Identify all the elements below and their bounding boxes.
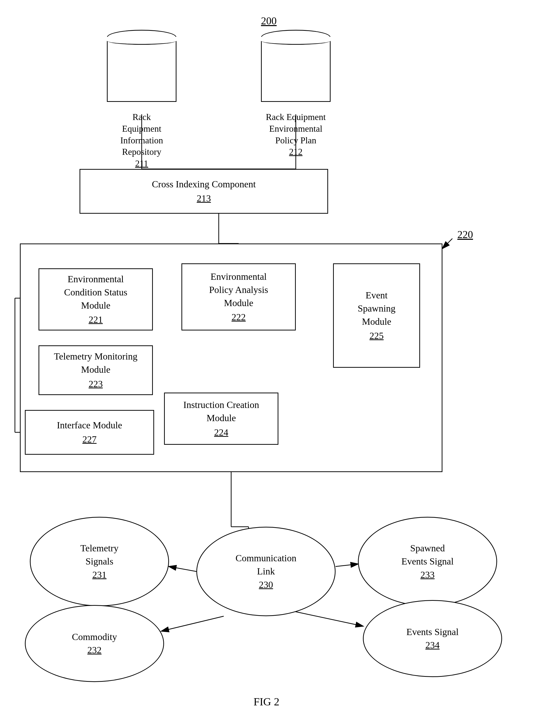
box-223: Telemetry MonitoringModule 223 xyxy=(39,346,153,395)
figure-label: FIG 2 xyxy=(254,695,279,708)
box-221-number: 221 xyxy=(64,313,127,326)
box-224-label: Instruction CreationModule 224 xyxy=(183,398,259,439)
box-222-number: 222 xyxy=(209,311,268,324)
ellipse-231-number: 231 xyxy=(80,568,118,581)
db-212: Rack EquipmentEnvironmentalPolicy Plan 2… xyxy=(261,30,331,158)
ellipse-234-label: Events Signal 234 xyxy=(406,625,459,652)
box-223-number: 223 xyxy=(54,377,137,390)
system-label-220: 220 xyxy=(457,229,473,241)
diagram: 200 RackEquipmentInformationRepository 2… xyxy=(0,0,560,728)
box-227-label: Interface Module 227 xyxy=(57,419,122,446)
db-211-label: RackEquipmentInformationRepository 211 xyxy=(120,111,163,170)
box-213-label: Cross Indexing Component 213 xyxy=(152,178,256,205)
box-221: EnvironmentalCondition StatusModule 221 xyxy=(39,268,153,331)
box-224-number: 224 xyxy=(183,426,259,439)
svg-line-23 xyxy=(169,566,196,571)
svg-line-26 xyxy=(293,611,363,626)
ellipse-230-number: 230 xyxy=(236,578,297,591)
svg-line-25 xyxy=(162,616,224,631)
box-225-number: 225 xyxy=(358,329,395,343)
ellipse-231: TelemetrySignals 231 xyxy=(30,517,169,606)
svg-line-24 xyxy=(336,564,358,566)
box-227-number: 227 xyxy=(57,433,122,446)
box-221-label: EnvironmentalCondition StatusModule 221 xyxy=(64,273,127,327)
box-213: Cross Indexing Component 213 xyxy=(80,169,328,214)
box-222: EnvironmentalPolicy AnalysisModule 222 xyxy=(181,263,296,331)
svg-line-27 xyxy=(442,239,452,249)
box-225: EventSpawningModule 225 xyxy=(333,263,420,368)
ellipse-231-label: TelemetrySignals 231 xyxy=(80,542,118,581)
box-227: Interface Module 227 xyxy=(25,410,154,455)
db-212-label: Rack EquipmentEnvironmentalPolicy Plan 2… xyxy=(266,111,326,158)
ellipse-234: Events Signal 234 xyxy=(363,600,502,677)
box-222-label: EnvironmentalPolicy AnalysisModule 222 xyxy=(209,270,268,324)
db-211-number: 211 xyxy=(120,158,163,170)
ellipse-230-label: CommunicationLink 230 xyxy=(236,552,297,591)
ellipse-233-label: SpawnedEvents Signal 233 xyxy=(401,542,454,581)
db-212-number: 212 xyxy=(266,146,326,158)
box-213-number: 213 xyxy=(152,192,256,205)
ellipse-232-number: 232 xyxy=(72,643,117,657)
ellipse-233-number: 233 xyxy=(401,568,454,581)
ellipse-232: Commodity 232 xyxy=(25,605,164,682)
ellipse-232-label: Commodity 232 xyxy=(72,630,117,657)
db-211: RackEquipmentInformationRepository 211 xyxy=(107,30,176,170)
ellipse-233: SpawnedEvents Signal 233 xyxy=(358,517,497,606)
box-223-label: Telemetry MonitoringModule 223 xyxy=(54,350,137,390)
ellipse-234-number: 234 xyxy=(406,639,459,652)
box-224: Instruction CreationModule 224 xyxy=(164,392,278,445)
box-225-label: EventSpawningModule 225 xyxy=(358,289,395,343)
ellipse-230: CommunicationLink 230 xyxy=(196,527,336,616)
diagram-number: 200 xyxy=(261,15,277,27)
